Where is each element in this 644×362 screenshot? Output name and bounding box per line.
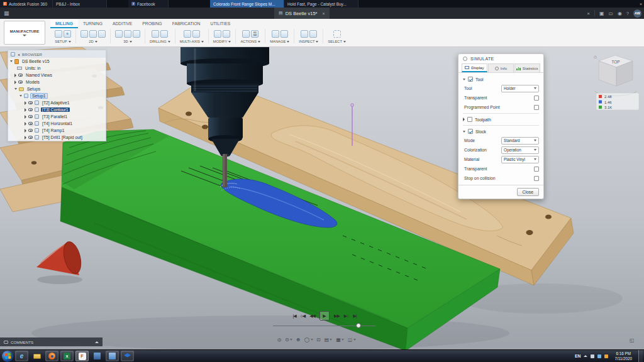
viewcube-top-label[interactable]: TOP: [611, 60, 619, 64]
section-icon[interactable]: [309, 30, 317, 38]
tab-info[interactable]: Info: [488, 63, 514, 72]
measure-icon[interactable]: [301, 30, 308, 38]
simulation-timeline-slider[interactable]: [273, 323, 376, 329]
tab-additive[interactable]: ADDITIVE: [108, 19, 137, 28]
group-modify[interactable]: MODIFY: [209, 29, 236, 43]
expand-icon[interactable]: [14, 74, 16, 77]
tab-turning[interactable]: TURNING: [78, 19, 108, 28]
simulate-icon[interactable]: [242, 30, 250, 38]
tab-fabrication[interactable]: FABRICATION: [167, 19, 206, 28]
orbit-tool[interactable]: ◎: [277, 337, 282, 343]
tool-transparent-checkbox[interactable]: [534, 96, 539, 101]
visibility-eye-icon[interactable]: [18, 80, 23, 84]
browser-item-adaptive1[interactable]: [T2] Adaptive1: [8, 99, 106, 106]
tray-icon-1[interactable]: [591, 354, 594, 358]
section-expand-icon[interactable]: [463, 79, 465, 80]
stock-section-checkbox[interactable]: [468, 129, 473, 134]
viewports-tool[interactable]: ◫: [348, 337, 356, 343]
browser-item-setups[interactable]: Setups: [8, 85, 106, 92]
3d-adaptive-icon[interactable]: [115, 30, 123, 38]
start-button[interactable]: [2, 351, 13, 362]
stock-transparent-checkbox[interactable]: [534, 167, 539, 172]
expand-icon[interactable]: [10, 60, 13, 62]
group-multiaxis[interactable]: MULTI-AXIS: [175, 29, 209, 43]
next-operation-button[interactable]: ▶○: [344, 312, 349, 320]
swarf-icon[interactable]: [184, 30, 191, 38]
chat-icon[interactable]: ▭: [609, 11, 614, 16]
colorization-select[interactable]: Operation: [501, 146, 539, 154]
expand-icon[interactable]: [14, 80, 16, 84]
group-2d[interactable]: 2D: [76, 29, 111, 43]
browser-panel-header[interactable]: ◂ BROWSER: [8, 50, 106, 58]
play-button[interactable]: ▶: [319, 311, 330, 321]
fit-tool[interactable]: ⊡: [317, 337, 321, 343]
show-hidden-icons[interactable]: [584, 355, 587, 357]
expand-icon[interactable]: [25, 122, 26, 126]
browser-item-contour1[interactable]: [T3] Contour1: [8, 106, 106, 113]
expand-icon[interactable]: [25, 108, 26, 112]
document-tab-close-icon[interactable]: ×: [323, 11, 325, 16]
setup-icon[interactable]: [55, 30, 62, 38]
window-tab-map[interactable]: Colorado Front Range Slopes M...: [210, 0, 284, 8]
browser-item-drill1[interactable]: [T5] Drill1 [Rapid out]: [8, 134, 106, 141]
material-select[interactable]: Plastic Vinyl: [501, 156, 539, 163]
post-process-icon[interactable]: G1 G2: [251, 30, 258, 38]
panel-close-icon[interactable]: ×: [587, 11, 590, 16]
app-grid-icon[interactable]: ▦: [4, 10, 9, 16]
window-tab-inbox[interactable]: PB&J - Inbox: [53, 0, 107, 8]
collapse-left-icon[interactable]: ◂: [18, 52, 19, 57]
trim-icon[interactable]: [214, 30, 221, 38]
simulate-dialog-header[interactable]: SIMULATE: [458, 54, 543, 63]
window-tab-fusion[interactable]: F Autodesk Fusion 360: [0, 0, 53, 8]
tab-utilities[interactable]: UTILITIES: [205, 19, 235, 28]
help-icon[interactable]: ?: [626, 11, 629, 16]
section-expand-icon[interactable]: [463, 118, 465, 121]
visibility-eye-icon[interactable]: [28, 129, 33, 132]
step-forward-button[interactable]: ▶▶: [334, 312, 340, 320]
taskbar-excel-icon[interactable]: X: [60, 351, 74, 361]
avatar[interactable]: AW: [633, 9, 641, 18]
comments-bar[interactable]: COMMENTS: [0, 337, 103, 346]
section-tool[interactable]: Tool: [463, 75, 539, 84]
step-back-button[interactable]: ◀◀: [309, 312, 315, 320]
tool-select[interactable]: Holder: [501, 85, 539, 92]
browser-item-parallel1[interactable]: [T3] Parallel1: [8, 113, 106, 120]
group-actions[interactable]: G1 G2 ACTIONS: [236, 29, 265, 43]
expand-comments-icon[interactable]: [95, 341, 99, 343]
visibility-eye-icon[interactable]: [28, 115, 33, 118]
window-tab-catalyst[interactable]: Hold Fast, Page - Catalyst Buy...: [284, 0, 358, 8]
browser-item-named-views[interactable]: Named Views: [8, 72, 106, 79]
group-inspect[interactable]: INSPECT: [294, 29, 323, 43]
group-manage[interactable]: MANAGE: [265, 29, 294, 43]
2d-pocket-icon[interactable]: [89, 30, 97, 38]
tab-statistics[interactable]: Statistics: [514, 63, 540, 72]
show-desktop-button[interactable]: [638, 350, 643, 362]
taskbar-firefox-icon[interactable]: [45, 351, 58, 361]
tab-probing[interactable]: PROBING: [137, 19, 167, 28]
mode-select[interactable]: Standard: [501, 137, 539, 145]
notifications-icon[interactable]: ◉: [618, 11, 622, 16]
bore-icon[interactable]: [160, 30, 168, 38]
browser-item-root[interactable]: DS Beetle v15: [8, 58, 106, 65]
expand-icon[interactable]: [19, 95, 22, 97]
setup-g-icon[interactable]: G: [64, 30, 71, 38]
tray-icon-3[interactable]: [604, 354, 608, 358]
section-toolpath[interactable]: Toolpath: [463, 115, 539, 124]
transform-icon[interactable]: [223, 30, 230, 38]
visibility-eye-icon[interactable]: [18, 74, 23, 77]
section-stock[interactable]: Stock: [463, 127, 539, 136]
display-settings-tool[interactable]: ▤: [325, 337, 333, 343]
expand-icon[interactable]: [25, 115, 26, 119]
taskbar-clock[interactable]: 6:16 PM 7/11/2020: [611, 351, 635, 361]
document-tab[interactable]: ▤ DS Beetle v15* ×: [274, 8, 330, 19]
3d-contour-icon[interactable]: [133, 30, 140, 38]
tray-icon-2[interactable]: [597, 354, 601, 358]
taskbar-app-icon-2[interactable]: [106, 351, 119, 361]
expand-icon[interactable]: [14, 88, 17, 90]
section-expand-icon[interactable]: [463, 131, 465, 133]
visibility-eye-icon[interactable]: [28, 136, 33, 139]
zoom-tool[interactable]: ◯: [304, 337, 313, 343]
pan-tool[interactable]: ⊕: [296, 337, 300, 343]
multiaxis-contour-icon[interactable]: [192, 30, 200, 38]
tab-milling[interactable]: MILLING: [50, 19, 78, 28]
